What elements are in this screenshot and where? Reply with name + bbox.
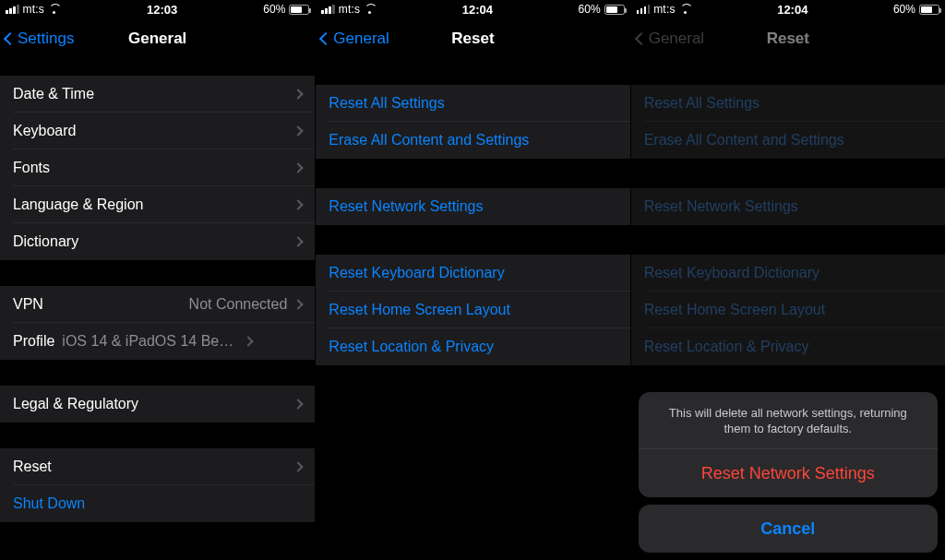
status-bar: mt:s 12:04 60% [316,0,629,18]
chevron-right-icon [293,399,304,409]
battery-icon [919,5,939,15]
chevron-right-icon [293,299,304,309]
clock: 12:04 [462,3,493,17]
signal-icon [321,5,335,14]
row-reset-keyboard-dictionary[interactable]: Reset Keyboard Dictionary [316,255,629,292]
row-date-time[interactable]: Date & Time [0,76,315,113]
battery-icon [604,5,625,15]
back-button[interactable]: General [321,18,389,59]
row-reset-home-screen-layout: Reset Home Screen Layout [631,292,945,328]
signal-icon [6,5,19,14]
battery-percent: 60% [893,3,915,16]
nav-title: Reset [451,30,494,48]
chevron-right-icon [293,199,304,209]
row-reset-keyboard-dictionary: Reset Keyboard Dictionary [631,255,945,292]
row-reset-location-privacy: Reset Location & Privacy [631,328,945,365]
row-detail: Not Connected [189,296,288,313]
action-sheet: This will delete all network settings, r… [639,392,938,553]
pane-reset-confirm: mt:s 12:04 60% General Reset Reset All S… [630,0,945,560]
nav-bar: General Reset [631,18,945,59]
row-shut-down[interactable]: Shut Down [0,485,315,522]
pane-reset: mt:s 12:04 60% General Reset Reset All S… [315,0,629,560]
row-detail: iOS 14 & iPadOS 14 Beta Softwar... [62,333,237,350]
content: Date & Time Keyboard Fonts Language & Re… [0,59,315,560]
battery-icon [289,5,309,15]
chevron-right-icon [293,89,304,99]
chevron-left-icon [319,32,332,45]
back-label: General [649,30,704,48]
chevron-right-icon [293,236,304,246]
sheet-cancel-button[interactable]: Cancel [639,505,938,553]
row-legal-regulatory[interactable]: Legal & Regulatory [0,386,315,423]
row-fonts[interactable]: Fonts [0,149,315,186]
row-language-region[interactable]: Language & Region [0,186,315,223]
chevron-right-icon [293,162,304,173]
wifi-icon [48,5,61,14]
nav-title: Reset [767,30,809,48]
chevron-left-icon [4,32,17,45]
pane-general: mt:s 12:03 60% Settings General Date & T… [0,0,315,560]
wifi-icon [364,5,377,14]
content: Reset All Settings Erase All Content and… [316,59,629,560]
back-button[interactable]: Settings [6,18,74,59]
carrier-label: mt:s [23,3,44,16]
row-reset-all-settings: Reset All Settings [631,85,945,122]
row-vpn[interactable]: VPNNot Connected [0,286,315,323]
status-bar: mt:s 12:03 60% [0,0,315,18]
row-reset-all-settings[interactable]: Reset All Settings [316,85,629,122]
carrier-label: mt:s [339,3,360,16]
row-dictionary[interactable]: Dictionary [0,223,315,260]
signal-icon [637,5,651,14]
row-reset-network-settings: Reset Network Settings [631,188,945,225]
row-erase-all: Erase All Content and Settings [631,122,945,159]
battery-percent: 60% [579,3,601,16]
back-label: Settings [18,30,74,48]
row-reset-network-settings[interactable]: Reset Network Settings [316,188,629,225]
sheet-message: This will delete all network settings, r… [639,392,938,448]
clock: 12:04 [777,3,807,17]
carrier-label: mt:s [653,3,675,16]
row-reset[interactable]: Reset [0,448,315,485]
stage: mt:s 12:03 60% Settings General Date & T… [0,0,945,560]
nav-title: General [128,30,186,48]
row-reset-home-screen-layout[interactable]: Reset Home Screen Layout [316,292,629,328]
back-label: General [333,30,389,48]
row-keyboard[interactable]: Keyboard [0,113,315,149]
row-reset-location-privacy[interactable]: Reset Location & Privacy [316,328,629,365]
battery-percent: 60% [263,3,285,16]
back-button: General [637,18,704,59]
nav-bar: General Reset [316,18,629,59]
row-profile[interactable]: ProfileiOS 14 & iPadOS 14 Beta Softwar..… [0,323,315,360]
nav-bar: Settings General [0,18,315,59]
chevron-left-icon [635,32,648,45]
wifi-icon [679,5,692,14]
sheet-destructive-button[interactable]: Reset Network Settings [639,449,938,497]
status-bar: mt:s 12:04 60% [631,0,945,18]
chevron-right-icon [293,461,304,471]
clock: 12:03 [147,3,177,17]
chevron-right-icon [293,125,304,136]
chevron-right-icon [244,336,254,346]
row-erase-all[interactable]: Erase All Content and Settings [316,122,629,159]
